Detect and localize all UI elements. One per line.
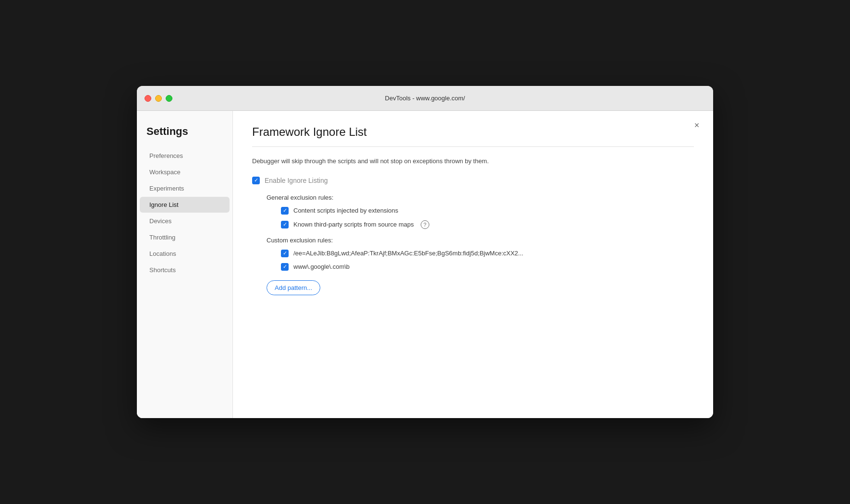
content-scripts-label: Content scripts injected by extensions (293, 207, 398, 214)
checkmark-icon: ✓ (283, 208, 287, 213)
third-party-scripts-checkbox[interactable]: ✓ (281, 221, 289, 228)
enable-ignore-listing-row: ✓ Enable Ignore Listing (252, 177, 694, 184)
sidebar-item-devices[interactable]: Devices (140, 213, 230, 229)
third-party-scripts-label: Known third-party scripts from source ma… (293, 221, 414, 228)
close-button[interactable]: × (690, 119, 704, 132)
titlebar-title: DevTools - www.google.com/ (385, 95, 465, 102)
custom-rule-1-checkbox[interactable]: ✓ (281, 250, 289, 257)
sidebar-item-locations[interactable]: Locations (140, 246, 230, 262)
custom-rule-2-checkbox[interactable]: ✓ (281, 263, 289, 271)
sidebar-item-experiments[interactable]: Experiments (140, 180, 230, 196)
window-content: Settings Preferences Workspace Experimen… (137, 111, 713, 418)
traffic-lights (145, 95, 172, 102)
third-party-scripts-row: ✓ Known third-party scripts from source … (281, 220, 694, 229)
custom-rule-1-row: ✓ /ee=ALeJib:B8gLwd;AfeaP:TkrAjf;BMxAGc:… (281, 250, 694, 257)
enable-ignore-listing-label: Enable Ignore Listing (265, 177, 328, 184)
custom-rule-1-label: /ee=ALeJib:B8gLwd;AfeaP:TkrAjf;BMxAGc:E5… (293, 250, 523, 257)
custom-rule-2-row: ✓ www\.google\.com\b (281, 263, 694, 271)
sidebar-item-shortcuts[interactable]: Shortcuts (140, 262, 230, 278)
minimize-traffic-light[interactable] (155, 95, 162, 102)
checkmark-icon: ✓ (283, 251, 287, 256)
page-title: Framework Ignore List (252, 125, 694, 139)
maximize-traffic-light[interactable] (166, 95, 172, 102)
content-scripts-row: ✓ Content scripts injected by extensions (281, 207, 694, 215)
devtools-window: DevTools - www.google.com/ Settings Pref… (137, 86, 713, 418)
close-traffic-light[interactable] (145, 95, 151, 102)
titlebar: DevTools - www.google.com/ (137, 86, 713, 111)
custom-exclusion-label: Custom exclusion rules: (267, 237, 694, 244)
enable-ignore-listing-checkbox[interactable]: ✓ (252, 177, 260, 184)
main-content: × Framework Ignore List Debugger will sk… (233, 111, 713, 418)
general-exclusion-label: General exclusion rules: (267, 194, 694, 201)
sidebar-title: Settings (137, 120, 232, 147)
checkmark-icon: ✓ (254, 178, 258, 183)
sidebar-item-workspace[interactable]: Workspace (140, 164, 230, 180)
sidebar-item-preferences[interactable]: Preferences (140, 148, 230, 164)
description: Debugger will skip through the scripts a… (252, 156, 694, 166)
checkmark-icon: ✓ (283, 222, 287, 227)
custom-exclusion-section: Custom exclusion rules: ✓ /ee=ALeJib:B8g… (267, 237, 694, 295)
content-scripts-checkbox[interactable]: ✓ (281, 207, 289, 215)
sidebar-item-ignore-list[interactable]: Ignore List (140, 197, 230, 213)
divider (252, 146, 694, 147)
help-icon[interactable]: ? (421, 220, 429, 229)
sidebar-item-throttling[interactable]: Throttling (140, 229, 230, 245)
add-pattern-button[interactable]: Add pattern... (267, 280, 320, 295)
custom-rule-2-label: www\.google\.com\b (293, 263, 350, 270)
general-exclusion-section: General exclusion rules: ✓ Content scrip… (267, 194, 694, 229)
sidebar: Settings Preferences Workspace Experimen… (137, 111, 233, 418)
checkmark-icon: ✓ (283, 264, 287, 269)
